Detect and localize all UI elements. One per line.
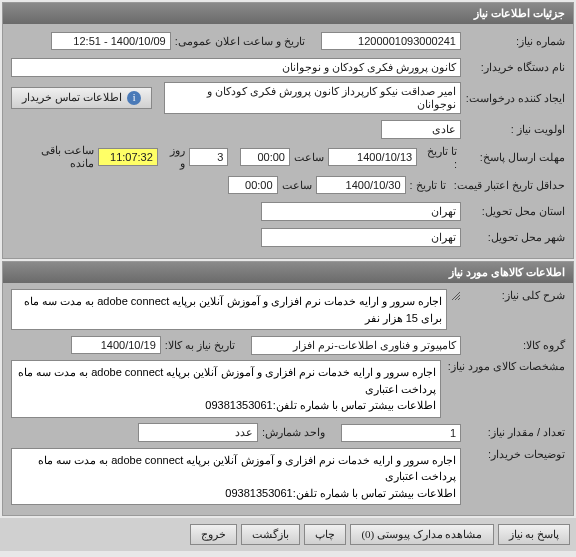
general-desc-field: اجاره سرور و ارایه خدمات نرم افزاری و آم… bbox=[11, 289, 447, 330]
item-spec-label: مشخصات کالای مورد نیاز: bbox=[445, 360, 565, 373]
need-number-field: 1200001093000241 bbox=[321, 32, 461, 50]
deadline-time-field: 00:00 bbox=[240, 148, 290, 166]
button-bar: پاسخ به نیاز مشاهده مدارک پیوستی (0) چاپ… bbox=[0, 518, 576, 551]
general-desc-label: شرح کلی نیاز: bbox=[465, 289, 565, 302]
buyer-notes-label: توضیحات خریدار: bbox=[465, 448, 565, 461]
qty-label: تعداد / مقدار نیاز: bbox=[465, 426, 565, 439]
province-field: تهران bbox=[261, 202, 461, 221]
contact-info-button[interactable]: i اطلاعات تماس خریدار bbox=[11, 87, 152, 109]
credit-time-field: 00:00 bbox=[228, 176, 278, 194]
buyer-notes-field: اجاره سرور و ارایه خدمات نرم افزاری و آم… bbox=[11, 448, 461, 506]
need-info-header: جزئیات اطلاعات نیاز bbox=[3, 3, 573, 24]
unit-label: واحد شمارش: bbox=[262, 426, 325, 439]
info-icon: i bbox=[127, 91, 141, 105]
attachments-button[interactable]: مشاهده مدارک پیوستی (0) bbox=[350, 524, 493, 545]
item-spec-field: اجاره سرور و ارایه خدمات نرم افزاری و آم… bbox=[11, 360, 441, 418]
priority-label: اولویت نیاز : bbox=[465, 123, 565, 136]
public-date-label: تاریخ و ساعت اعلان عمومی: bbox=[175, 35, 305, 48]
print-button[interactable]: چاپ bbox=[304, 524, 346, 545]
priority-field: عادی bbox=[381, 120, 461, 139]
public-date-field: 1400/10/09 - 12:51 bbox=[51, 32, 171, 50]
items-info-body: شرح کلی نیاز: اجاره سرور و ارایه خدمات ن… bbox=[3, 283, 573, 515]
need-to-date-field: 1400/10/19 bbox=[71, 336, 161, 354]
back-button[interactable]: بازگشت bbox=[241, 524, 300, 545]
remaining-label: ساعت باقی مانده bbox=[15, 144, 94, 170]
reply-button[interactable]: پاسخ به نیاز bbox=[498, 524, 571, 545]
need-to-date-label: تاریخ نیاز به کالا: bbox=[165, 339, 235, 352]
day-and-label: روز و bbox=[162, 144, 185, 170]
need-number-label: شماره نیاز: bbox=[465, 35, 565, 48]
to-date-label: تا تاریخ : bbox=[421, 145, 457, 170]
hour-label-2: ساعت bbox=[282, 179, 312, 192]
deadline-date-field: 1400/10/13 bbox=[328, 148, 417, 166]
credit-date-field: 1400/10/30 bbox=[316, 176, 406, 194]
contact-btn-label: اطلاعات تماس خریدار bbox=[22, 91, 122, 103]
city-label: شهر محل تحویل: bbox=[465, 231, 565, 244]
resize-icon[interactable] bbox=[451, 291, 461, 301]
buyer-org-label: نام دستگاه خریدار: bbox=[465, 61, 565, 74]
exit-button[interactable]: خروج bbox=[190, 524, 237, 545]
days-left-field: 3 bbox=[189, 148, 229, 166]
hour-label-1: ساعت bbox=[294, 151, 324, 164]
credit-date-label: حداقل تاریخ اعتبار قیمت: bbox=[454, 179, 565, 192]
qty-field: 1 bbox=[341, 424, 461, 442]
items-info-panel: اطلاعات کالاهای مورد نیاز شرح کلی نیاز: … bbox=[2, 261, 574, 516]
province-label: استان محل تحویل: bbox=[465, 205, 565, 218]
creator-field: امیر صداقت نیکو کارپرداز کانون پرورش فکر… bbox=[164, 82, 461, 114]
goods-group-field: کامپیوتر و فناوری اطلاعات-نرم افزار bbox=[251, 336, 461, 355]
creator-label: ایجاد کننده درخواست: bbox=[465, 92, 565, 105]
goods-group-label: گروه کالا: bbox=[465, 339, 565, 352]
need-info-panel: جزئیات اطلاعات نیاز شماره نیاز: 12000010… bbox=[2, 2, 574, 259]
to-date-label-2: تا تاریخ : bbox=[410, 179, 446, 192]
deadline-label: مهلت ارسال پاسخ: bbox=[465, 151, 565, 164]
items-info-header: اطلاعات کالاهای مورد نیاز bbox=[3, 262, 573, 283]
countdown-field: 11:07:32 bbox=[98, 148, 158, 166]
city-field: تهران bbox=[261, 228, 461, 247]
need-info-body: شماره نیاز: 1200001093000241 تاریخ و ساع… bbox=[3, 24, 573, 258]
buyer-org-field: کانون پرورش فکری کودکان و نوجوانان bbox=[11, 58, 461, 77]
unit-field: عدد bbox=[138, 423, 258, 442]
